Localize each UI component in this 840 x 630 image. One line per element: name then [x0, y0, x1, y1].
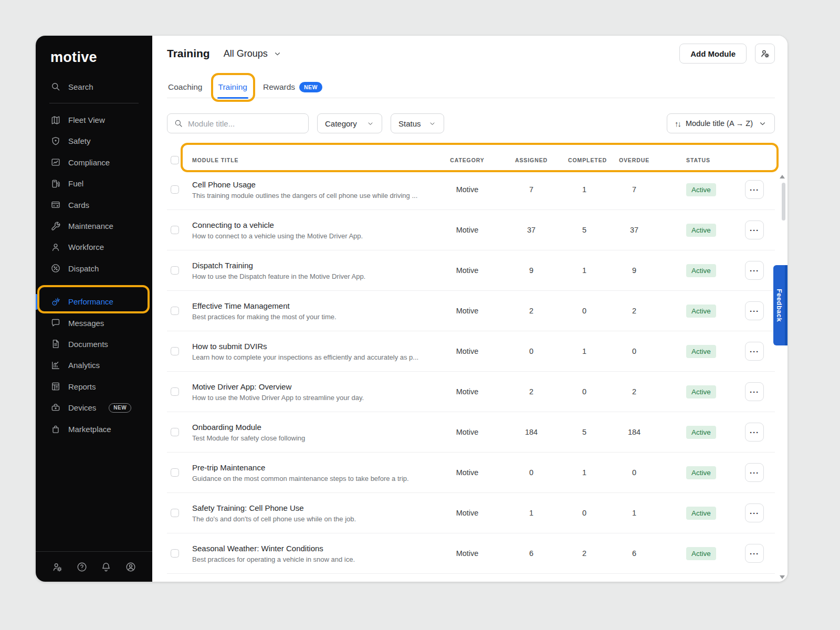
- group-selector[interactable]: All Groups: [224, 48, 282, 59]
- module-title[interactable]: How to submit DVIRs: [192, 342, 440, 351]
- row-menu-button[interactable]: ···: [745, 261, 764, 280]
- tab-coaching[interactable]: Coaching: [167, 76, 204, 98]
- column-header-completed[interactable]: COMPLETED: [568, 157, 601, 163]
- overdue-count: 7: [601, 185, 668, 194]
- completed-count: 0: [568, 387, 601, 396]
- row-menu-button[interactable]: ···: [745, 544, 764, 563]
- account-icon: [125, 561, 136, 573]
- status-filter-label: Status: [398, 119, 421, 128]
- completed-count: 1: [568, 266, 601, 275]
- assigned-count: 2: [495, 307, 568, 315]
- sidebar-item-fuel[interactable]: Fuel: [36, 173, 152, 194]
- column-header-assigned[interactable]: ASSIGNED: [495, 157, 568, 163]
- scrollbar-up-arrow[interactable]: [780, 175, 785, 178]
- module-category: Motive: [440, 307, 495, 315]
- sidebar-item-messages[interactable]: Messages: [36, 312, 152, 333]
- sidebar-item-devices[interactable]: DevicesNEW: [36, 397, 152, 418]
- sidebar-item-safety[interactable]: Safety: [36, 131, 152, 152]
- row-checkbox[interactable]: [171, 307, 179, 315]
- overdue-count: 1: [601, 509, 668, 517]
- column-header-module-title[interactable]: MODULE TITLE: [183, 157, 440, 163]
- sort-selector-label: Module title (A → Z): [686, 119, 753, 128]
- row-checkbox[interactable]: [171, 266, 179, 275]
- row-menu-button[interactable]: ···: [745, 503, 764, 522]
- module-search-input[interactable]: [188, 119, 302, 128]
- page-title: Training: [167, 47, 210, 60]
- sidebar-item-documents[interactable]: Documents: [36, 333, 152, 354]
- scrollbar-thumb[interactable]: [782, 183, 785, 220]
- header-bar: Training All Groups Add Module: [167, 43, 775, 64]
- module-title[interactable]: Cell Phone Usage: [192, 180, 440, 189]
- whistle-icon: [50, 297, 61, 307]
- row-menu-button[interactable]: ···: [745, 463, 764, 482]
- overdue-count: 2: [601, 307, 668, 315]
- row-checkbox[interactable]: [171, 387, 179, 396]
- sidebar-item-label: Performance: [68, 297, 113, 306]
- user-settings-button[interactable]: [755, 44, 775, 64]
- sidebar-item-marketplace[interactable]: Marketplace: [36, 418, 152, 439]
- tab-rewards[interactable]: Rewards NEW: [262, 76, 323, 98]
- feedback-tab[interactable]: Feedback: [773, 265, 788, 345]
- row-menu-button[interactable]: ···: [745, 342, 764, 361]
- row-checkbox[interactable]: [171, 549, 179, 558]
- module-category: Motive: [440, 226, 495, 234]
- row-menu-button[interactable]: ···: [745, 301, 764, 320]
- filter-bar: Category Status ↑↓ Module title (A → Z): [167, 113, 775, 133]
- row-checkbox[interactable]: [171, 468, 179, 477]
- sidebar-item-performance[interactable]: Performance: [36, 291, 152, 312]
- module-title[interactable]: Effective Time Management: [192, 301, 440, 310]
- sidebar-item-dispatch[interactable]: Dispatch: [36, 258, 152, 279]
- module-title[interactable]: Dispatch Training: [192, 261, 440, 270]
- module-title[interactable]: Connecting to a vehicle: [192, 220, 440, 229]
- sidebar-item-analytics[interactable]: Analytics: [36, 355, 152, 376]
- module-category: Motive: [440, 468, 495, 477]
- column-header-category[interactable]: CATEGORY: [440, 157, 495, 163]
- notifications-button[interactable]: [100, 561, 112, 573]
- sidebar-item-label: Reports: [68, 382, 96, 391]
- ellipsis-icon: ···: [750, 388, 759, 396]
- column-header-overdue[interactable]: OVERDUE: [601, 157, 668, 163]
- module-description: How to connect to a vehicle using the Mo…: [192, 232, 440, 240]
- sidebar-item-fleet-view[interactable]: Fleet View: [36, 109, 152, 130]
- tab-training[interactable]: Training: [217, 76, 248, 98]
- category-filter[interactable]: Category: [317, 113, 382, 133]
- module-title[interactable]: Safety Training: Cell Phone Use: [192, 503, 440, 512]
- table-row: Motive Driver App: Overview How to use t…: [167, 372, 775, 412]
- row-menu-button[interactable]: ···: [745, 423, 764, 442]
- module-title[interactable]: Motive Driver App: Overview: [192, 382, 440, 391]
- module-title[interactable]: Onboarding Module: [192, 423, 440, 432]
- row-checkbox[interactable]: [171, 185, 179, 194]
- category-filter-label: Category: [325, 119, 357, 128]
- sidebar-item-reports[interactable]: Reports: [36, 376, 152, 397]
- account-button[interactable]: [125, 561, 136, 573]
- module-title[interactable]: Pre-trip Maintenance: [192, 463, 440, 472]
- sort-selector[interactable]: ↑↓ Module title (A → Z): [667, 113, 775, 133]
- sidebar-item-cards[interactable]: Cards: [36, 194, 152, 215]
- select-all-checkbox[interactable]: [171, 156, 179, 164]
- sidebar-item-label: Compliance: [68, 158, 110, 167]
- module-description: Best practices for operating a vehicle i…: [192, 555, 440, 563]
- add-module-button[interactable]: Add Module: [679, 44, 747, 64]
- ellipsis-icon: ···: [750, 348, 759, 355]
- row-menu-button[interactable]: ···: [745, 180, 764, 199]
- column-header-status[interactable]: STATUS: [668, 157, 744, 163]
- row-menu-button[interactable]: ···: [745, 382, 764, 401]
- sidebar-item-label: Dispatch: [68, 264, 99, 273]
- sidebar-item-workforce[interactable]: Workforce: [36, 237, 152, 258]
- sidebar-item-search[interactable]: Search: [36, 76, 152, 97]
- search-icon: [174, 119, 183, 128]
- row-checkbox[interactable]: [171, 509, 179, 517]
- scrollbar-down-arrow[interactable]: [780, 575, 785, 579]
- row-checkbox[interactable]: [171, 226, 179, 234]
- row-menu-button[interactable]: ···: [745, 220, 764, 239]
- sidebar-item-maintenance[interactable]: Maintenance: [36, 215, 152, 236]
- user-settings-button[interactable]: [51, 561, 63, 573]
- ellipsis-icon: ···: [750, 267, 759, 275]
- completed-count: 0: [568, 509, 601, 517]
- help-button[interactable]: [76, 561, 88, 573]
- status-filter[interactable]: Status: [391, 113, 444, 133]
- row-checkbox[interactable]: [171, 347, 179, 355]
- row-checkbox[interactable]: [171, 428, 179, 436]
- module-title[interactable]: Seasonal Weather: Winter Conditions: [192, 544, 440, 553]
- sidebar-item-compliance[interactable]: Compliance: [36, 152, 152, 173]
